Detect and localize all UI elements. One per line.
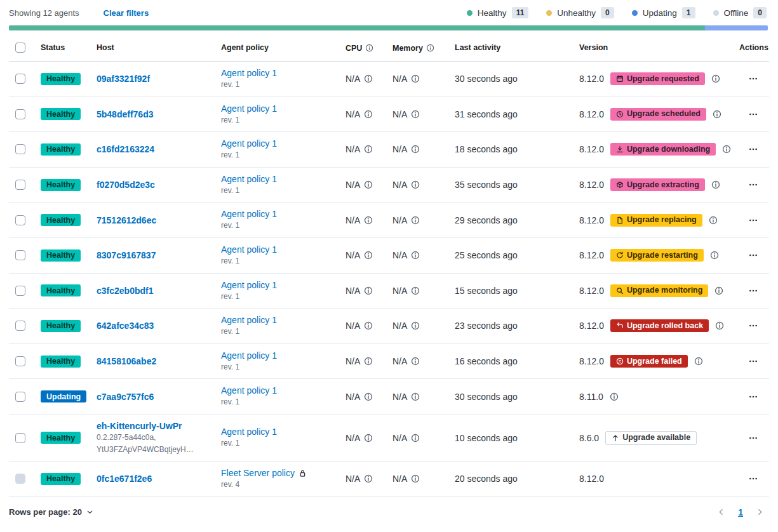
upgrade-details-info-icon[interactable]	[715, 321, 724, 330]
cpu-info-icon[interactable]	[364, 110, 373, 119]
upgrade-status-badge[interactable]: Upgrade failed	[610, 355, 688, 368]
row-checkbox[interactable]	[15, 215, 25, 225]
row-actions-button[interactable]	[748, 390, 759, 404]
cpu-info-icon[interactable]	[364, 216, 373, 225]
row-actions-button[interactable]	[748, 354, 759, 368]
upgrade-status-badge[interactable]: Upgrade requested	[610, 72, 705, 85]
cpu-info-icon[interactable]	[364, 392, 373, 401]
memory-info-icon[interactable]	[411, 474, 420, 483]
memory-header-info-icon[interactable]	[426, 44, 434, 52]
host-link[interactable]: 642afce34c83	[97, 321, 154, 331]
upgrade-status-badge[interactable]: Upgrade available	[605, 431, 697, 445]
host-link[interactable]: f0270d5d2e3c	[97, 180, 155, 190]
memory-info-icon[interactable]	[411, 286, 420, 295]
host-link[interactable]: 0fc1e671f2e6	[97, 474, 152, 484]
select-all-checkbox[interactable]	[15, 43, 25, 53]
memory-info-icon[interactable]	[411, 216, 420, 225]
upgrade-details-info-icon[interactable]	[610, 392, 619, 401]
host-link[interactable]: 71512612d6ec	[97, 215, 156, 225]
upgrade-status-badge[interactable]: Upgrade rolled back	[610, 319, 709, 332]
agent-policy-link[interactable]: Agent policy 1	[221, 280, 277, 290]
host-link[interactable]: c7aa9c757fc6	[97, 392, 154, 402]
cpu-info-icon[interactable]	[364, 286, 373, 295]
host-link[interactable]: 8307c9167837	[97, 250, 156, 260]
row-actions-button[interactable]	[748, 248, 759, 262]
row-actions-button[interactable]	[748, 142, 759, 156]
memory-info-icon[interactable]	[411, 251, 420, 260]
memory-info-icon[interactable]	[411, 392, 420, 401]
upgrade-status-badge[interactable]: Upgrade scheduled	[610, 108, 706, 121]
row-actions-button[interactable]	[748, 319, 759, 333]
upgrade-details-info-icon[interactable]	[722, 145, 731, 154]
cpu-info-icon[interactable]	[364, 321, 373, 330]
clear-filters-link[interactable]: Clear filters	[104, 8, 149, 18]
rows-per-page-control[interactable]: Rows per page: 20	[9, 507, 93, 517]
agent-policy-link[interactable]: Agent policy 1	[221, 68, 277, 78]
cpu-info-icon[interactable]	[364, 251, 373, 260]
upgrade-details-info-icon[interactable]	[709, 216, 718, 225]
agent-policy-link[interactable]: Agent policy 1	[221, 385, 277, 396]
host-link[interactable]: c3fc2eb0bdf1	[97, 286, 153, 296]
row-checkbox[interactable]	[15, 321, 25, 331]
upgrade-details-info-icon[interactable]	[713, 110, 721, 119]
agent-policy-link[interactable]: Fleet Server policy	[221, 468, 295, 478]
memory-info-icon[interactable]	[411, 74, 420, 83]
row-actions-button[interactable]	[748, 472, 759, 486]
row-checkbox[interactable]	[15, 433, 25, 443]
agent-policy-link[interactable]: Agent policy 1	[221, 315, 277, 325]
cpu-info-icon[interactable]	[364, 357, 373, 366]
row-checkbox[interactable]	[15, 180, 25, 190]
agent-policy-link[interactable]: Agent policy 1	[221, 244, 277, 255]
page-number-1[interactable]: 1	[738, 507, 743, 517]
row-checkbox[interactable]	[15, 356, 25, 366]
agent-policy-link[interactable]: Agent policy 1	[221, 103, 277, 114]
upgrade-details-info-icon[interactable]	[714, 286, 723, 295]
memory-info-icon[interactable]	[411, 321, 420, 330]
upgrade-details-info-icon[interactable]	[710, 251, 719, 260]
host-link[interactable]: eh-Kittencurly-UwPr	[97, 421, 182, 431]
upgrade-status-badge[interactable]: Upgrade extracting	[610, 178, 705, 191]
memory-info-icon[interactable]	[411, 110, 420, 119]
cpu-info-icon[interactable]	[364, 434, 373, 442]
next-page-button[interactable]	[756, 508, 764, 516]
upgrade-status-badge[interactable]: Upgrade restarting	[610, 249, 704, 262]
prev-page-button[interactable]	[717, 508, 725, 516]
memory-info-icon[interactable]	[411, 357, 420, 366]
host-link[interactable]: 84158106abe2	[97, 356, 156, 366]
row-actions-button[interactable]	[748, 431, 759, 445]
memory-info-icon[interactable]	[411, 145, 420, 154]
row-actions-button[interactable]	[748, 72, 759, 86]
row-checkbox[interactable]	[15, 286, 25, 296]
host-link[interactable]: 09af3321f92f	[97, 74, 150, 84]
legend-item-updating[interactable]: Updating1	[632, 7, 695, 18]
row-actions-button[interactable]	[748, 284, 759, 298]
host-link[interactable]: c16fd2163224	[97, 144, 154, 154]
row-checkbox[interactable]	[15, 109, 25, 119]
legend-item-offline[interactable]: Offline0	[713, 7, 767, 18]
host-link[interactable]: 5b48deff76d3	[97, 109, 153, 119]
row-actions-button[interactable]	[748, 107, 759, 121]
upgrade-details-info-icon[interactable]	[694, 357, 703, 366]
cpu-info-icon[interactable]	[364, 474, 373, 483]
cpu-header-info-icon[interactable]	[365, 44, 373, 52]
upgrade-details-info-icon[interactable]	[711, 180, 720, 189]
upgrade-status-badge[interactable]: Upgrade downloading	[610, 143, 716, 156]
memory-info-icon[interactable]	[411, 434, 420, 442]
row-checkbox[interactable]	[15, 392, 25, 402]
cpu-info-icon[interactable]	[364, 180, 373, 189]
agent-policy-link[interactable]: Agent policy 1	[221, 174, 277, 184]
cpu-info-icon[interactable]	[364, 74, 373, 83]
upgrade-status-badge[interactable]: Upgrade replacing	[610, 214, 702, 227]
agent-policy-link[interactable]: Agent policy 1	[221, 427, 277, 437]
row-actions-button[interactable]	[748, 213, 759, 227]
agent-policy-link[interactable]: Agent policy 1	[221, 138, 277, 149]
legend-item-unhealthy[interactable]: Unhealthy0	[546, 7, 614, 18]
agent-policy-link[interactable]: Agent policy 1	[221, 209, 277, 219]
row-actions-button[interactable]	[748, 178, 759, 192]
row-checkbox[interactable]	[15, 74, 25, 84]
upgrade-details-info-icon[interactable]	[711, 74, 720, 83]
row-checkbox[interactable]	[15, 250, 25, 260]
row-checkbox[interactable]	[15, 144, 25, 154]
cpu-info-icon[interactable]	[364, 145, 373, 154]
agent-policy-link[interactable]: Agent policy 1	[221, 350, 277, 361]
